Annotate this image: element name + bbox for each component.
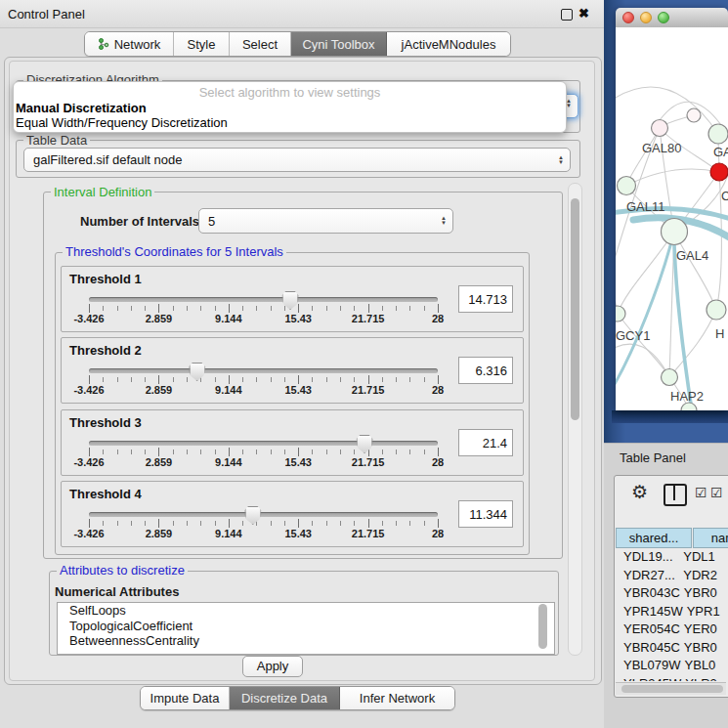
tab-select[interactable]: Select	[230, 32, 291, 56]
float-window-icon[interactable]	[561, 9, 573, 21]
close-traffic-light-icon[interactable]	[622, 12, 634, 23]
cell[interactable]: YER0	[680, 621, 728, 640]
cell[interactable]: YDL19...	[616, 549, 679, 568]
panel-title: Control Panel	[8, 7, 85, 21]
tab-infer-network[interactable]: Infer Network	[340, 687, 454, 709]
table-row[interactable]: YPR145WYPR1	[616, 604, 728, 622]
tick-label: 21.715	[352, 384, 385, 396]
checkbox-icon[interactable]: ☑	[710, 485, 723, 500]
cell[interactable]: YPR1	[683, 604, 728, 622]
tick-label: 28	[432, 384, 444, 396]
table-row[interactable]: YBR043CYBR0	[616, 585, 728, 604]
tick-marks	[89, 521, 439, 526]
threshold-3-panel: Threshold 3 -3.426 2.859 9.144 15.43 21.…	[61, 409, 524, 476]
gear-icon[interactable]: ⚙	[631, 481, 648, 503]
attributes-list-scrollbar[interactable]	[538, 604, 547, 649]
column-header-name[interactable]: name	[693, 528, 728, 548]
numerical-attributes-list[interactable]: SelfLoops TopologicalCoefficient Between…	[57, 602, 555, 655]
cell[interactable]: YLR345W	[616, 676, 681, 682]
cell[interactable]: YDR27...	[616, 568, 679, 586]
tab-cyni-toolbox[interactable]: Cyni Toolbox	[291, 32, 387, 56]
dropdown-option-manual[interactable]: Manual Discretization	[16, 101, 147, 115]
panel-scrollbar-thumb[interactable]	[571, 198, 579, 420]
tab-network[interactable]: Network	[85, 32, 174, 56]
threshold-3-label: Threshold 3	[69, 415, 142, 430]
cell[interactable]: YBR0	[680, 640, 728, 659]
table-row[interactable]: YBR045CYBR0	[616, 640, 728, 659]
split-columns-icon[interactable]	[664, 484, 687, 506]
tab-discretize-data[interactable]: Discretize Data	[230, 687, 340, 709]
tick-label: 21.715	[352, 456, 385, 468]
cell[interactable]: YBL0	[681, 658, 728, 676]
algorithm-dropdown-popup: Select algorithm to view settings Manual…	[13, 81, 567, 133]
cell[interactable]: YBL079W	[616, 658, 681, 676]
apply-button[interactable]: Apply	[242, 656, 303, 677]
table-hscrollbar[interactable]	[616, 682, 726, 695]
tick-label: 15.43	[284, 528, 312, 539]
tab-style[interactable]: Style	[174, 32, 230, 56]
threshold-1-value-field[interactable]: 14.713	[458, 285, 513, 313]
table-row[interactable]: YLR345WYLR3	[616, 676, 728, 682]
cell[interactable]: YLR3	[681, 676, 728, 682]
table-row[interactable]: YDR27...YDR2	[616, 568, 728, 586]
tab-label: Style	[188, 37, 216, 52]
tick-label: 28	[432, 528, 444, 539]
tab-impute-data[interactable]: Impute Data	[141, 687, 230, 709]
group-title-table-data: Table Data	[23, 134, 90, 147]
threshold-4-value-field[interactable]: 11.344	[458, 500, 513, 528]
threshold-1-slider[interactable]	[89, 297, 438, 302]
dropdown-option-equal-width[interactable]: Equal Width/Frequency Discretization	[16, 115, 228, 130]
tick-label: 2.859	[146, 528, 173, 539]
tick-label: 15.43	[284, 313, 312, 324]
threshold-3-value-field[interactable]: 21.4	[458, 429, 513, 456]
table-row[interactable]: YDL19...YDL1	[616, 549, 728, 568]
column-header-shared[interactable]: shared...	[616, 528, 692, 548]
threshold-4-panel: Threshold 4 -3.426 2.859 9.144 15.43 21.…	[61, 481, 524, 547]
network-view-window[interactable]: GAL80 GA C GAL11 GAL4 GCY1 H HAP2	[616, 8, 728, 410]
cell[interactable]: YPR145W	[616, 604, 683, 622]
network-canvas[interactable]: GAL80 GA C GAL11 GAL4 GCY1 H HAP2	[616, 27, 728, 410]
cell[interactable]: YDR2	[679, 568, 728, 586]
threshold-1-panel: Threshold 1 -3.426 2.859 9.144 15.43 21.…	[61, 266, 524, 332]
threshold-3-slider[interactable]	[89, 441, 438, 446]
node-label: GAL80	[642, 141, 681, 155]
minimize-traffic-light-icon[interactable]	[640, 12, 652, 23]
cell[interactable]: YBR043C	[616, 585, 680, 604]
cell[interactable]: YBR0	[680, 585, 728, 604]
threshold-4-slider[interactable]	[89, 512, 438, 517]
bottom-tab-bar: Impute Data Discretize Data Infer Networ…	[140, 686, 455, 710]
tick-label: -3.426	[73, 313, 104, 324]
table-row[interactable]: YER054CYER0	[616, 621, 728, 640]
threshold-2-value-field[interactable]: 6.316	[458, 357, 513, 384]
tick-label: 21.715	[352, 528, 385, 539]
table-hscrollbar-thumb[interactable]	[621, 685, 723, 693]
cell[interactable]: YBR045C	[616, 640, 680, 659]
cell[interactable]: YDL1	[679, 549, 728, 568]
tab-jactivemnodules[interactable]: jActiveMNodules	[387, 32, 510, 56]
tick-label: 28	[432, 456, 444, 468]
table-row[interactable]: YBL079WYBL0	[616, 658, 728, 676]
tick-label: -3.426	[73, 384, 104, 396]
node-gal4	[662, 219, 688, 245]
cell[interactable]: YER054C	[616, 621, 680, 640]
network-icon	[98, 38, 109, 50]
close-icon[interactable]: ✖	[578, 6, 589, 21]
node	[687, 108, 701, 122]
node-gal80	[652, 120, 668, 137]
list-item[interactable]: SelfLoops	[58, 603, 554, 619]
group-title-attributes: Attributes to discretize	[57, 564, 188, 577]
threshold-2-slider[interactable]	[89, 368, 438, 373]
node-label: H	[715, 326, 724, 341]
list-item[interactable]: BetweennessCentrality	[58, 633, 554, 649]
group-title-thresholds: Threshold's Coordinates for 5 Intervals	[63, 245, 286, 258]
tab-label: Cyni Toolbox	[302, 37, 374, 52]
control-panel-titlebar: Control Panel	[0, 0, 604, 28]
table-data-combobox[interactable]: galFiltered.sif default node ▲▼	[23, 148, 571, 172]
number-of-intervals-combobox[interactable]: 5 ▲▼	[198, 208, 453, 234]
tick-label: -3.426	[73, 456, 104, 468]
zoom-traffic-light-icon[interactable]	[658, 12, 669, 23]
list-item[interactable]: TopologicalCoefficient	[58, 619, 554, 634]
checkbox-icon[interactable]: ☑	[695, 485, 707, 500]
tick-marks	[89, 306, 439, 311]
node-red	[710, 163, 728, 181]
